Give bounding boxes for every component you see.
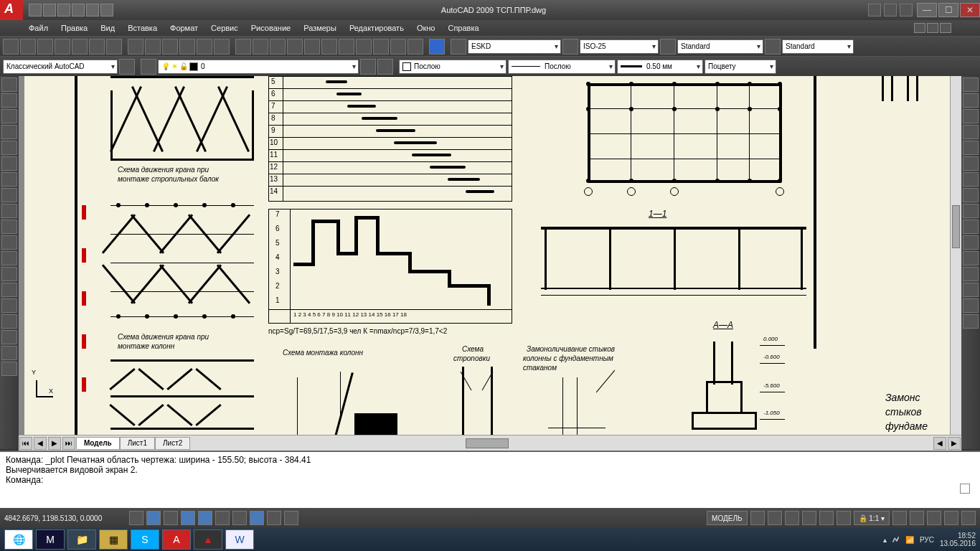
doc-close-button[interactable] — [940, 23, 951, 33]
erase-icon[interactable] — [963, 77, 979, 92]
hscroll-left-button[interactable]: ◀ — [933, 437, 946, 450]
color-dropdown[interactable]: Послою — [399, 60, 507, 74]
hscroll-right-button[interactable]: ▶ — [948, 437, 961, 450]
tab-layout-1[interactable]: Лист1 — [120, 437, 155, 450]
rect-icon[interactable] — [1, 141, 17, 155]
search-icon[interactable] — [868, 4, 881, 17]
taskbar-autocad-icon[interactable]: A — [162, 529, 191, 550]
hscroll-thumb[interactable] — [466, 438, 509, 448]
layer-prev-icon[interactable] — [360, 59, 376, 75]
trim-icon[interactable] — [963, 220, 979, 234]
menu-window[interactable]: Окно — [417, 24, 435, 32]
anno-scale[interactable]: 🔒 1:1 ▾ — [854, 511, 890, 525]
offset-icon[interactable] — [963, 125, 979, 139]
tab-next-button[interactable]: ▶ — [48, 437, 61, 450]
zoom-rt-icon[interactable] — [253, 39, 268, 55]
zoom-ext-icon[interactable] — [304, 39, 320, 55]
menu-insert[interactable]: Вставка — [128, 24, 157, 32]
calc-icon[interactable] — [407, 39, 423, 55]
snap-toggle-icon[interactable] — [129, 511, 143, 525]
markup-icon[interactable] — [390, 39, 406, 55]
tray-lang[interactable]: РУС — [920, 536, 934, 544]
qat-new-icon[interactable] — [29, 4, 42, 17]
point-icon[interactable] — [1, 283, 17, 297]
tray-clock[interactable]: 18:52 13.05.2016 — [940, 532, 976, 547]
ortho-toggle-icon[interactable] — [164, 511, 178, 525]
anno-visibility-icon[interactable] — [892, 511, 907, 525]
workspace-dropdown[interactable]: Классический AutoCAD — [3, 60, 118, 74]
line-icon[interactable] — [1, 77, 17, 92]
lwt-toggle-icon[interactable] — [267, 511, 281, 525]
taskbar-chrome-icon[interactable]: 🌐 — [4, 529, 33, 550]
taskbar-adobe-icon[interactable]: ▲ — [194, 529, 222, 550]
hatch-icon[interactable] — [1, 298, 17, 313]
paste-icon[interactable] — [145, 39, 161, 55]
layer-state-icon[interactable] — [377, 59, 393, 75]
model-paper-toggle[interactable]: МОДЕЛЬ — [707, 511, 747, 525]
arc-icon[interactable] — [1, 156, 17, 171]
match-icon[interactable] — [162, 39, 178, 55]
qat-open-icon[interactable] — [43, 4, 56, 17]
tab-prev-button[interactable]: ◀ — [34, 437, 47, 450]
taskbar-word-icon[interactable]: W — [225, 529, 254, 550]
revcloud-icon[interactable] — [1, 188, 17, 202]
text-style-dropdown[interactable]: Standard — [677, 39, 763, 54]
menu-dims[interactable]: Размеры — [303, 24, 336, 32]
dyn-toggle-icon[interactable] — [250, 511, 264, 525]
vscroll-thumb[interactable] — [952, 205, 960, 248]
qat-redo-icon[interactable] — [100, 4, 113, 17]
scale-icon[interactable] — [963, 188, 979, 202]
pan-icon[interactable] — [235, 39, 251, 55]
stretch-icon[interactable] — [963, 204, 979, 218]
cut-icon[interactable] — [106, 39, 122, 55]
grid-toggle-icon[interactable] — [146, 511, 161, 525]
zoom-prev-icon[interactable] — [287, 39, 303, 55]
linetype-dropdown[interactable]: Послою — [508, 60, 616, 74]
redo-icon[interactable] — [214, 39, 230, 55]
status-zoom-icon[interactable] — [802, 511, 816, 525]
horizontal-scrollbar[interactable] — [193, 438, 930, 448]
save-icon[interactable] — [37, 39, 53, 55]
table-style-dropdown[interactable]: Standard — [782, 39, 854, 54]
tray-overflow-icon[interactable]: ▴ — [883, 536, 887, 544]
lineweight-dropdown[interactable]: 0.50 мм — [617, 60, 703, 74]
join-icon[interactable] — [963, 267, 979, 281]
tray-power-icon[interactable]: 🗲 — [892, 536, 900, 544]
infocenter-icon[interactable] — [884, 4, 897, 17]
ws-settings-icon[interactable] — [119, 59, 135, 75]
cmd-corner-grip[interactable] — [960, 484, 970, 494]
polygon-icon[interactable] — [1, 125, 17, 139]
qview-drawings-icon[interactable] — [768, 511, 782, 525]
chamfer-icon[interactable] — [963, 283, 979, 297]
taskbar-explorer-icon[interactable]: 📁 — [67, 529, 96, 550]
new-icon[interactable] — [3, 39, 19, 55]
ellipse-icon[interactable] — [1, 220, 17, 234]
taskbar-app-m-icon[interactable]: M — [36, 529, 65, 550]
array-icon[interactable] — [963, 141, 979, 155]
xline-icon[interactable] — [1, 93, 17, 108]
drawing-canvas[interactable]: Схема движения крана при монтаже стропил… — [24, 76, 956, 435]
rotate-icon[interactable] — [963, 172, 979, 187]
undo-icon[interactable] — [197, 39, 212, 55]
steering-wheel-icon[interactable] — [819, 511, 834, 525]
spline-icon[interactable] — [1, 204, 17, 218]
qat-undo-icon[interactable] — [86, 4, 99, 17]
command-window[interactable]: Команда: _plot Печатная область чертежа:… — [0, 451, 980, 508]
plot-icon[interactable] — [55, 39, 70, 55]
help-icon[interactable] — [429, 39, 445, 55]
app-logo[interactable] — [0, 0, 23, 20]
taskbar-skype-icon[interactable]: S — [131, 529, 159, 550]
polar-toggle-icon[interactable] — [181, 511, 195, 525]
doc-restore-button[interactable] — [927, 23, 938, 33]
move-icon[interactable] — [963, 156, 979, 171]
menu-format[interactable]: Формат — [170, 24, 198, 32]
insert-icon[interactable] — [1, 251, 17, 265]
props-icon[interactable] — [321, 39, 337, 55]
preview-icon[interactable] — [72, 39, 88, 55]
circle-icon[interactable] — [1, 172, 17, 187]
std-style-icon[interactable] — [451, 39, 466, 55]
menu-modify[interactable]: Редактировать — [349, 24, 404, 32]
otrack-toggle-icon[interactable] — [215, 511, 230, 525]
mirror-icon[interactable] — [963, 109, 979, 123]
tpalette-icon[interactable] — [356, 39, 372, 55]
